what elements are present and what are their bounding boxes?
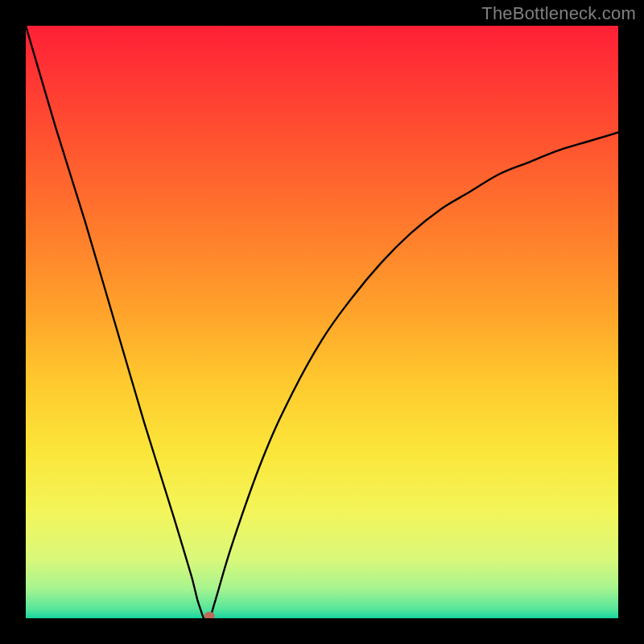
chart-plot-area — [26, 26, 618, 618]
watermark-label: TheBottleneck.com — [481, 3, 636, 24]
chart-frame: TheBottleneck.com — [0, 0, 644, 644]
chart-svg — [26, 26, 618, 618]
